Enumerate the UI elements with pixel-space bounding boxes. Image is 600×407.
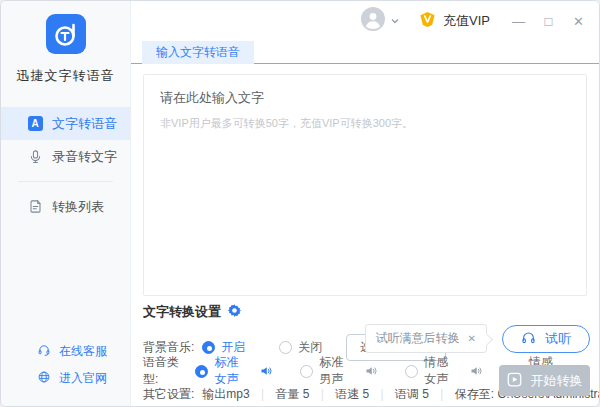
sidebar-item-text-to-speech[interactable]: A 文字转语音 bbox=[1, 107, 130, 140]
sidebar-footer: 在线客服 进入官网 bbox=[1, 338, 130, 406]
speaker-icon[interactable] bbox=[260, 365, 272, 377]
sidebar-item-conversion-list[interactable]: 转换列表 bbox=[1, 190, 130, 223]
radio-checked-icon bbox=[202, 341, 215, 354]
speed-value[interactable]: 语速 5 bbox=[335, 386, 369, 403]
preview-tip-tag: 试听满意后转换 ✕ bbox=[365, 324, 487, 353]
minimize-button[interactable]: — bbox=[512, 15, 525, 28]
voice-standard-male-radio[interactable]: 标准男声 bbox=[300, 354, 377, 388]
official-website-link[interactable]: 进入官网 bbox=[37, 365, 130, 392]
voice-standard-female-radio[interactable]: 标准女声 bbox=[195, 354, 272, 388]
close-button[interactable]: ✕ bbox=[572, 15, 585, 28]
tab-input-text-to-speech[interactable]: 输入文字转语音 bbox=[142, 41, 254, 64]
avatar bbox=[361, 7, 385, 35]
preview-group: 试听满意后转换 ✕ 试听 bbox=[365, 324, 590, 353]
app-window: 迅捷文字转语音 A 文字转语音 录音转文字 bbox=[0, 0, 600, 407]
start-conversion-label: 开始转换 bbox=[531, 372, 583, 390]
settings-title: 文字转换设置 bbox=[143, 303, 221, 321]
voice-type-label: 语音类型: bbox=[143, 354, 187, 388]
sidebar-divider bbox=[18, 181, 113, 182]
conversion-settings: 文字转换设置 试听满意后转换 ✕ bbox=[131, 296, 599, 406]
radio-unchecked-icon bbox=[300, 365, 313, 378]
listen-button[interactable]: 试听 bbox=[502, 325, 590, 353]
input-placeholder: 请在此处输入文字 bbox=[160, 89, 570, 107]
bgm-off-radio[interactable]: 关闭 bbox=[279, 339, 322, 356]
radio-unchecked-icon bbox=[405, 365, 418, 378]
app-name: 迅捷文字转语音 bbox=[17, 67, 115, 85]
background-music-label: 背景音乐: bbox=[143, 339, 194, 356]
voice-emotional-female-radio[interactable]: 情感女声 bbox=[405, 354, 482, 388]
vip-badge-icon bbox=[418, 10, 437, 33]
maximize-button[interactable]: □ bbox=[542, 15, 555, 28]
list-document-icon bbox=[27, 199, 43, 214]
headphones-icon bbox=[521, 330, 536, 348]
sidebar-item-speech-to-text[interactable]: 录音转文字 bbox=[1, 140, 130, 173]
app-logo-block: 迅捷文字转语音 bbox=[1, 14, 130, 85]
app-logo-icon bbox=[46, 14, 86, 58]
bgm-on-radio[interactable]: 开启 bbox=[202, 339, 245, 356]
globe-icon bbox=[37, 370, 51, 387]
speaker-icon[interactable] bbox=[365, 365, 377, 377]
recharge-vip-label: 充值VIP bbox=[443, 12, 490, 30]
title-bar: 充值VIP — □ ✕ bbox=[131, 1, 599, 41]
radio-unchecked-icon bbox=[279, 341, 292, 354]
speaker-icon[interactable] bbox=[470, 365, 482, 377]
chevron-down-icon bbox=[390, 12, 400, 30]
online-support-link[interactable]: 在线客服 bbox=[37, 338, 130, 365]
gear-icon[interactable] bbox=[227, 303, 242, 322]
official-website-label: 进入官网 bbox=[59, 370, 107, 387]
start-conversion-button[interactable]: 开始转换 bbox=[499, 365, 590, 396]
sidebar-item-label: 文字转语音 bbox=[52, 115, 117, 133]
microphone-icon bbox=[27, 149, 43, 164]
sidebar-item-label: 转换列表 bbox=[52, 198, 104, 216]
tab-bar: 输入文字转语音 bbox=[131, 41, 599, 64]
sidebar-item-label: 录音转文字 bbox=[52, 148, 117, 166]
preview-tip-text: 试听满意后转换 bbox=[376, 330, 460, 347]
online-support-label: 在线客服 bbox=[59, 343, 107, 360]
vip-limit-note: 非VIP用户最多可转换50字，充值VIP可转换300字。 bbox=[160, 116, 570, 131]
sidebar-nav: A 文字转语音 录音转文字 bbox=[1, 107, 130, 223]
main-area: 充值VIP — □ ✕ 输入文字转语音 请在此处输入文字 非VIP用户最多可转换… bbox=[131, 1, 599, 406]
settings-header: 文字转换设置 bbox=[143, 303, 587, 321]
output-format-value[interactable]: 输出mp3 bbox=[202, 386, 249, 403]
tip-close-icon[interactable]: ✕ bbox=[468, 334, 476, 344]
other-settings-label: 其它设置: bbox=[143, 386, 194, 403]
user-account-menu[interactable] bbox=[361, 7, 400, 35]
play-icon bbox=[507, 372, 522, 390]
recharge-vip-button[interactable]: 充值VIP bbox=[418, 10, 490, 33]
text-to-speech-icon: A bbox=[27, 116, 43, 131]
pitch-value[interactable]: 语调 5 bbox=[395, 386, 429, 403]
listen-button-label: 试听 bbox=[545, 330, 571, 348]
radio-checked-icon bbox=[195, 365, 208, 378]
headset-support-icon bbox=[37, 343, 51, 360]
text-input-area[interactable]: 请在此处输入文字 非VIP用户最多可转换50字，充值VIP可转换300字。 bbox=[143, 74, 587, 296]
sidebar: 迅捷文字转语音 A 文字转语音 录音转文字 bbox=[1, 1, 131, 406]
volume-value[interactable]: 音量 5 bbox=[275, 386, 309, 403]
window-controls: — □ ✕ bbox=[512, 15, 585, 28]
